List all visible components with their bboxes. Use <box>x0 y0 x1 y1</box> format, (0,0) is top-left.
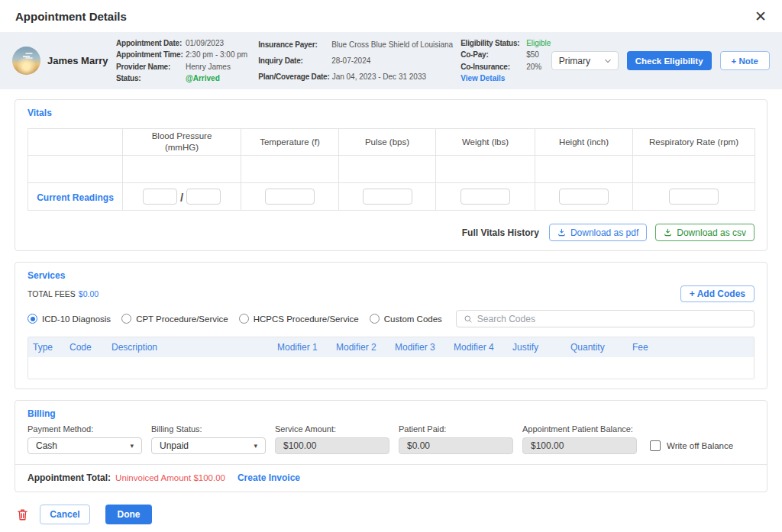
radio-custom[interactable]: Custom Codes <box>370 314 442 324</box>
col-quantity: Quantity <box>570 342 632 353</box>
bp-slash: / <box>180 191 183 204</box>
payment-method-select[interactable]: Cash▾ <box>27 437 142 454</box>
vitals-title: Vitals <box>27 108 755 118</box>
coinsurance-value: 20% <box>526 61 541 73</box>
patient-balance-label: Appointment Patient Balance: <box>522 424 637 434</box>
eligibility-status-label: Eligibility Status: <box>460 37 526 50</box>
col-type: Type <box>33 342 69 353</box>
temperature-input[interactable] <box>265 189 315 205</box>
services-table-body <box>28 357 754 379</box>
search-codes-field[interactable] <box>456 310 755 327</box>
copay-label: Co-Pay: <box>460 49 526 61</box>
vitals-table: Blood Pressure(mmHG) Temperature (f) Pul… <box>27 128 755 211</box>
dialog-header: Appointment Details ✕ <box>0 0 782 32</box>
patient-balance-input: $100.00 <box>522 437 637 454</box>
bp-systolic-input[interactable] <box>143 189 177 205</box>
service-amount-input: $100.00 <box>275 437 389 454</box>
radio-icon <box>121 314 131 324</box>
billing-status-select[interactable]: Unpaid▾ <box>151 437 266 454</box>
pulse-input[interactable] <box>363 189 412 205</box>
status-value: @Arrived <box>186 73 220 85</box>
avatar <box>12 47 40 75</box>
vitals-empty-row <box>28 156 755 183</box>
plan-coverage-label: Plan/Coverage Date: <box>258 69 331 85</box>
coinsurance-label: Co-Insurance: <box>460 61 526 73</box>
patient-name: James Marry <box>47 55 108 66</box>
check-eligibility-button[interactable]: Check Eligibility <box>627 51 712 70</box>
vitals-col-blood-pressure: Blood Pressure(mmHG) <box>123 129 241 156</box>
inquiry-date-value: 28-07-2024 <box>331 53 370 69</box>
vitals-col-height: Height (inch) <box>535 129 633 156</box>
insurance-info: Insurance Payer:Blue Cross Blue Shield o… <box>258 37 453 85</box>
service-amount-label: Service Amount: <box>275 424 389 434</box>
appointment-date-label: Appointment Date: <box>116 37 186 50</box>
vitals-col-respiratory: Respiratory Rate (rpm) <box>633 129 755 156</box>
page-title: Appointment Details <box>15 10 127 23</box>
total-fees-value: $0.00 <box>79 289 99 298</box>
add-note-button[interactable]: + Note <box>720 51 770 70</box>
appointment-time-label: Appointment Time: <box>116 49 186 61</box>
payment-method-label: Payment Method: <box>27 424 142 434</box>
download-icon <box>664 228 672 237</box>
provider-name-value: Henry James <box>186 61 231 73</box>
add-codes-button[interactable]: + Add Codes <box>680 285 755 302</box>
bp-diastolic-input[interactable] <box>186 189 221 205</box>
write-off-label: Write off Balance <box>667 441 733 450</box>
weight-input[interactable] <box>460 189 510 205</box>
radio-hcpcs[interactable]: HCPCS Procedure/Service <box>239 314 359 324</box>
col-modifier3: Modifier 3 <box>395 342 454 353</box>
radio-cpt[interactable]: CPT Procedure/Service <box>121 314 228 324</box>
view-details-link[interactable]: View Details <box>460 73 505 85</box>
caret-down-icon: ▾ <box>130 442 134 450</box>
eligibility-info: Eligibility Status:Eligible Co-Pay:$50 C… <box>460 37 551 85</box>
provider-name-label: Provider Name: <box>116 61 186 73</box>
chevron-down-icon <box>605 58 611 64</box>
cancel-button[interactable]: Cancel <box>40 505 90 524</box>
radio-icon <box>239 314 249 324</box>
insurance-type-value: Primary <box>559 56 590 66</box>
vitals-section: Vitals Blood Pressure(mmHG) Temperature … <box>15 99 767 251</box>
create-invoice-link[interactable]: Create Invoice <box>238 472 300 483</box>
status-label: Status: <box>116 73 186 85</box>
eligibility-status-value: Eligible <box>526 37 551 50</box>
vitals-col-weight: Weight (lbs) <box>436 129 535 156</box>
delete-icon[interactable] <box>17 508 28 521</box>
copay-value: $50 <box>526 49 539 61</box>
radio-icon <box>370 314 380 324</box>
appointment-total-label: Appointment Total: <box>27 472 111 483</box>
patient-summary-bar: James Marry Appointment Date:01/09/2023 … <box>0 32 782 89</box>
col-description: Description <box>111 342 277 353</box>
uninvoiced-amount: Uninvoiced Amount $100.00 <box>115 473 225 482</box>
search-icon <box>464 314 473 324</box>
radio-icd10[interactable]: ICD-10 Diagnosis <box>27 314 111 324</box>
patient-paid-input: $0.00 <box>399 437 513 454</box>
billing-status-label: Billing Status: <box>151 424 266 434</box>
write-off-balance[interactable]: Write off Balance <box>650 437 733 454</box>
full-vitals-history-label: Full Vitals History <box>462 227 539 238</box>
current-readings-label: Current Readings <box>37 192 114 203</box>
insurance-type-select[interactable]: Primary <box>551 51 619 70</box>
services-title: Services <box>27 270 755 281</box>
col-code: Code <box>69 342 111 353</box>
col-justify: Justify <box>512 342 570 353</box>
close-icon[interactable]: ✕ <box>755 9 767 24</box>
height-input[interactable] <box>559 189 609 205</box>
download-pdf-button[interactable]: Download as pdf <box>549 224 647 241</box>
search-codes-input[interactable] <box>477 314 747 324</box>
services-table: Type Code Description Modifier 1 Modifie… <box>27 337 755 379</box>
billing-section: Billing Payment Method: Cash▾ Billing St… <box>15 400 767 492</box>
download-csv-button[interactable]: Download as csv <box>655 224 755 241</box>
respiratory-input[interactable] <box>669 189 719 205</box>
vitals-col-empty <box>28 129 123 156</box>
services-section: Services TOTAL FEES $0.00 + Add Codes IC… <box>15 262 767 389</box>
vitals-current-readings-row: Current Readings / <box>28 183 755 211</box>
col-modifier2: Modifier 2 <box>336 342 395 353</box>
caret-down-icon: ▾ <box>254 442 257 450</box>
appointment-info: Appointment Date:01/09/2023 Appointment … <box>116 37 247 85</box>
insurance-payer-value: Blue Cross Blue Shield of Louisiana <box>331 37 453 53</box>
patient-paid-label: Patient Paid: <box>399 424 513 434</box>
done-button[interactable]: Done <box>105 505 152 524</box>
plan-coverage-value: Jan 04, 2023 - Dec 31 2033 <box>332 69 426 85</box>
insurance-payer-label: Insurance Payer: <box>258 37 331 53</box>
checkbox-icon[interactable] <box>650 440 661 451</box>
